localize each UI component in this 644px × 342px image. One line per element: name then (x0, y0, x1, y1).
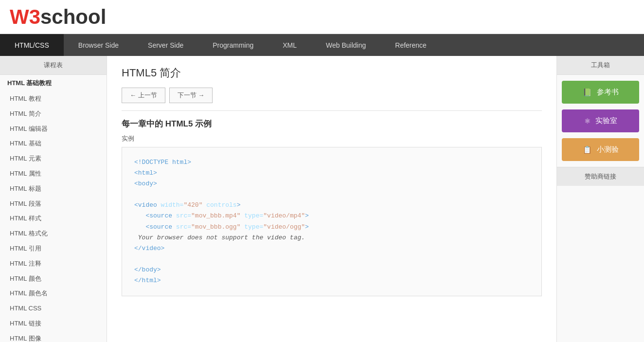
sidebar-item-html-links[interactable]: HTML 链接 (0, 316, 107, 331)
sidebar-item-html-colornames[interactable]: HTML 颜色名 (0, 286, 107, 301)
code-line-6: <source src="mov_bbb.mp4" type="video/mp… (134, 211, 529, 221)
sidebar-item-html-tutorial[interactable]: HTML 教程 (0, 91, 107, 107)
sidebar-item-html-colors[interactable]: HTML 颜色 (0, 271, 107, 287)
nav-item-web-building[interactable]: Web Building (311, 34, 380, 56)
section-title: 每一章中的 HTML5 示例 (122, 118, 542, 129)
sidebar-item-html-editor[interactable]: HTML 编辑器 (0, 122, 107, 137)
sidebar-item-html-headings[interactable]: HTML 标题 (0, 181, 107, 197)
reference-book-label: 参考书 (597, 88, 619, 97)
sidebar-item-html-styles[interactable]: HTML 样式 (0, 211, 107, 226)
sidebar: 课程表 HTML 基础教程 HTML 教程 HTML 简介 HTML 编辑器 H… (0, 56, 107, 342)
main-content: HTML5 简介 ← 上一节 下一节 → 每一章中的 HTML5 示例 实例 <… (107, 56, 556, 342)
book-icon: 📗 (583, 88, 592, 97)
sidebar-item-html-intro[interactable]: HTML 简介 (0, 107, 107, 122)
reference-book-button[interactable]: 📗 参考书 (562, 81, 639, 104)
quiz-icon: 📋 (583, 145, 592, 154)
lab-icon: ⚛ (584, 117, 590, 126)
sidebar-item-html-elements[interactable]: HTML 元素 (0, 151, 107, 166)
code-line-5: <video width="420" controls> (134, 200, 529, 211)
logo[interactable]: W3school (10, 7, 106, 27)
layout: 课程表 HTML 基础教程 HTML 教程 HTML 简介 HTML 编辑器 H… (0, 56, 644, 342)
sidebar-section-title: HTML 基础教程 (0, 75, 107, 91)
sidebar-item-html-css[interactable]: HTML CSS (0, 301, 107, 316)
lab-button[interactable]: ⚛ 实验室 (562, 109, 639, 132)
quiz-label: 小测验 (597, 145, 619, 154)
code-line-9: </video> (134, 243, 529, 254)
code-line-2: <html> (134, 168, 529, 179)
nav-item-browser-side[interactable]: Browser Side (64, 34, 133, 56)
right-panel: 工具箱 📗 参考书 ⚛ 实验室 📋 小测验 赞助商链接 (556, 56, 644, 342)
code-box: <!DOCTYPE html> <html> <body> <video wid… (122, 147, 542, 296)
sidebar-item-html-quotations[interactable]: HTML 引用 (0, 241, 107, 256)
sidebar-item-html-paragraphs[interactable]: HTML 段落 (0, 197, 107, 212)
prev-button[interactable]: ← 上一节 (122, 88, 165, 103)
sidebar-item-html-basic[interactable]: HTML 基础 (0, 136, 107, 151)
code-line-4 (134, 189, 529, 200)
sidebar-item-html-formatting[interactable]: HTML 格式化 (0, 226, 107, 241)
code-line-3: <body> (134, 179, 529, 189)
logo-school: school (40, 5, 106, 28)
nav-item-reference[interactable]: Reference (380, 34, 441, 56)
logo-w3: W3 (10, 5, 40, 28)
nav-item-html-css[interactable]: HTML/CSS (0, 34, 64, 56)
code-line-10 (134, 254, 529, 265)
sidebar-item-html-comments[interactable]: HTML 注释 (0, 256, 107, 271)
nav-item-xml[interactable]: XML (268, 34, 311, 56)
sponsor-header: 赞助商链接 (557, 167, 644, 186)
code-line-12: </html> (134, 275, 529, 286)
nav-buttons: ← 上一节 下一节 → (122, 88, 542, 103)
page-title: HTML5 简介 (122, 66, 542, 80)
code-line-8: Your browser does not support the video … (134, 233, 529, 243)
sidebar-item-html-images[interactable]: HTML 图像 (0, 331, 107, 342)
next-button[interactable]: 下一节 → (169, 88, 213, 103)
quiz-button[interactable]: 📋 小测验 (562, 138, 639, 161)
code-line-7: <source src="mov_bbb.ogg" type="video/og… (134, 222, 529, 233)
toolbox-header: 工具箱 (557, 56, 644, 75)
lab-label: 实验室 (595, 116, 617, 126)
header: W3school (0, 0, 644, 34)
nav-item-programming[interactable]: Programming (198, 34, 268, 56)
code-line-11: </body> (134, 265, 529, 275)
example-label: 实例 (122, 134, 542, 143)
code-line-1: <!DOCTYPE html> (134, 157, 529, 168)
sidebar-header: 课程表 (0, 56, 107, 75)
main-nav: HTML/CSS Browser Side Server Side Progra… (0, 34, 644, 56)
sidebar-item-html-attrs[interactable]: HTML 属性 (0, 166, 107, 181)
divider (122, 110, 542, 111)
nav-item-server-side[interactable]: Server Side (133, 34, 198, 56)
